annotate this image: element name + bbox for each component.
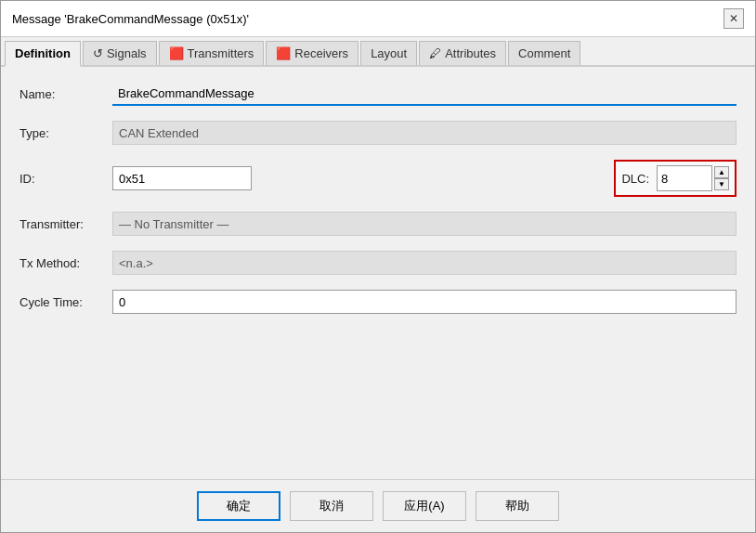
dlc-section: DLC: ▲ ▼ <box>614 160 736 197</box>
attributes-icon: 🖊 <box>429 46 441 60</box>
name-label: Name: <box>20 87 112 101</box>
id-input[interactable] <box>112 166 252 190</box>
dlc-spin-up[interactable]: ▲ <box>714 166 729 178</box>
transmitters-icon: 🟥 <box>169 46 184 60</box>
content-area: Name: Type: ID: DLC: ▲ <box>1 67 755 479</box>
cancel-button[interactable]: 取消 <box>290 491 373 521</box>
id-section: ID: <box>20 166 614 190</box>
tab-comment-label: Comment <box>518 46 570 60</box>
tab-bar: Definition ↺ Signals 🟥 Transmitters 🟥 Re… <box>1 37 755 67</box>
type-field-row: Type: <box>20 121 736 145</box>
tab-transmitters-label: Transmitters <box>188 46 254 60</box>
tx-method-field-row: Tx Method: <box>20 251 736 275</box>
close-button[interactable]: ✕ <box>723 8 744 29</box>
apply-button[interactable]: 应用(A) <box>383 491 466 521</box>
tab-receivers-label: Receivers <box>294 46 348 60</box>
signals-icon: ↺ <box>93 46 103 60</box>
name-input[interactable] <box>112 82 736 106</box>
tab-layout-label: Layout <box>371 46 407 60</box>
id-dlc-row: ID: DLC: ▲ ▼ <box>20 160 736 197</box>
dlc-label: DLC: <box>621 172 649 186</box>
tab-definition-label: Definition <box>15 46 71 60</box>
dlc-input[interactable] <box>657 165 712 191</box>
spin-up-icon: ▲ <box>718 169 725 176</box>
tab-signals[interactable]: ↺ Signals <box>83 41 157 65</box>
tab-layout[interactable]: Layout <box>360 41 417 65</box>
spin-down-icon: ▼ <box>718 181 725 188</box>
tab-attributes[interactable]: 🖊 Attributes <box>419 41 506 65</box>
id-label: ID: <box>20 172 112 186</box>
transmitter-field-row: Transmitter: <box>20 212 736 236</box>
cycle-time-label: Cycle Time: <box>20 295 112 309</box>
cycle-time-field-row: Cycle Time: <box>20 290 736 314</box>
dlc-spin-down[interactable]: ▼ <box>714 178 729 190</box>
tab-attributes-label: Attributes <box>445 46 496 60</box>
ok-button[interactable]: 确定 <box>197 491 280 521</box>
tab-definition[interactable]: Definition <box>5 41 81 67</box>
tab-comment[interactable]: Comment <box>508 41 580 65</box>
tx-method-label: Tx Method: <box>20 256 112 270</box>
name-field-row: Name: <box>20 82 736 106</box>
cycle-time-input[interactable] <box>112 290 736 314</box>
dialog: Message 'BrakeCommandMessage (0x51x)' ✕ … <box>0 0 756 533</box>
type-input <box>112 121 736 145</box>
transmitter-input <box>112 212 736 236</box>
tab-signals-label: Signals <box>107 46 147 60</box>
footer: 确定 取消 应用(A) 帮助 <box>1 479 755 532</box>
close-icon: ✕ <box>729 12 738 25</box>
receivers-icon: 🟥 <box>276 46 291 60</box>
tx-method-input <box>112 251 736 275</box>
title-bar: Message 'BrakeCommandMessage (0x51x)' ✕ <box>1 1 755 37</box>
dlc-spinners: ▲ ▼ <box>714 166 729 190</box>
help-button[interactable]: 帮助 <box>476 491 559 521</box>
transmitter-label: Transmitter: <box>20 217 112 231</box>
tab-transmitters[interactable]: 🟥 Transmitters <box>159 41 265 65</box>
type-label: Type: <box>20 126 112 140</box>
tab-receivers[interactable]: 🟥 Receivers <box>266 41 358 65</box>
dlc-input-wrap: ▲ ▼ <box>657 165 729 191</box>
window-title: Message 'BrakeCommandMessage (0x51x)' <box>12 12 249 26</box>
